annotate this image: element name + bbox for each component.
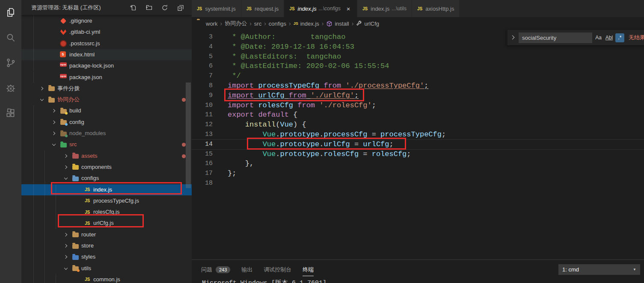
breadcrumb-item-work[interactable]: work xyxy=(197,20,217,27)
line-number: 7 xyxy=(192,71,213,81)
source-control-icon[interactable] xyxy=(4,56,18,70)
debug-icon[interactable] xyxy=(4,81,18,95)
code-line-13[interactable]: 13 Vue.prototype.processCfg = processTyp… xyxy=(192,130,644,140)
code-line-text: }, xyxy=(228,159,254,169)
tree-item-components[interactable]: components xyxy=(21,162,192,173)
code-line-8[interactable]: 8import processTypeCfg from './processTy… xyxy=(192,81,644,91)
panel-tab-label: 输出 xyxy=(241,266,252,274)
code-line-17[interactable]: 17}; xyxy=(192,169,644,179)
tab-label: request.js xyxy=(255,6,279,12)
code-area[interactable]: 3 * @Author: tangchao4 * @Date: 2019-12-… xyxy=(192,30,644,259)
terminal-picker-dropdown[interactable]: 1: cmd ▼ xyxy=(558,264,640,275)
breadcrumb-item-configs[interactable]: configs xyxy=(269,21,286,27)
chevron-down-icon xyxy=(64,267,68,270)
tree-item-styles[interactable]: styles xyxy=(21,251,192,262)
code-line-16[interactable]: 16 }, xyxy=(192,159,644,169)
tree-item-urlCfg.js[interactable]: JSurlCfg.js xyxy=(21,218,192,229)
breadcrumb-label: index.js xyxy=(300,21,319,27)
tree-item-index.html[interactable]: 5index.html xyxy=(21,49,192,60)
breadcrumb-item-install[interactable]: install xyxy=(326,21,349,27)
code-line-12[interactable]: 12 install(Vue) { xyxy=(192,120,644,130)
indent-guide xyxy=(33,117,34,128)
code-line-9[interactable]: 9import urlCfg from './urlCfg'; xyxy=(192,91,644,101)
code-line-15[interactable]: 15 Vue.prototype.rolesCfg = rolesCfg; xyxy=(192,150,644,159)
tree-item-config[interactable]: config xyxy=(21,117,192,128)
tree-item-index.js[interactable]: JSindex.js xyxy=(21,184,192,195)
code-line-14[interactable]: 14 Vue.prototype.urlCfg = urlCfg; xyxy=(192,140,644,150)
tree-item-assets[interactable]: assets xyxy=(21,150,192,162)
indent-guide xyxy=(45,218,45,229)
tree-item-label: .postcssrc.js xyxy=(69,38,100,49)
tab-systemInit.js[interactable]: JSsystemInit.js xyxy=(192,0,241,17)
js-file-icon: JS xyxy=(362,6,368,11)
code-line-11[interactable]: 11export default { xyxy=(192,110,644,120)
new-file-icon[interactable] xyxy=(130,4,137,11)
tree-item-xxxx[interactable]: 协同办公 xyxy=(21,94,192,105)
collapse-all-icon[interactable] xyxy=(177,4,184,11)
tree-item-package-lock.json[interactable]: npmpackage-lock.json xyxy=(21,60,192,71)
line-number: 9 xyxy=(192,91,213,101)
close-icon[interactable] xyxy=(345,5,352,12)
dropdown-caret-icon: ▼ xyxy=(633,268,636,271)
extensions-icon[interactable] xyxy=(4,106,18,120)
chevron-down-icon xyxy=(52,143,56,146)
tab-index.js[interactable]: JSindex.js...\configs xyxy=(284,0,357,17)
js-file-icon: JS xyxy=(294,21,298,26)
code-line-6[interactable]: 6 * @LastEditTime: 2020-02-06 15:55:54 xyxy=(192,62,644,71)
line-number: 5 xyxy=(192,52,213,62)
tree-item-label: .gitlab-ci.yml xyxy=(69,27,100,38)
sidebar-scrollbar-thumb[interactable] xyxy=(186,83,191,188)
tree-item-.postcssrc.js[interactable]: .postcssrc.js xyxy=(21,38,192,49)
find-expand-chevron-icon[interactable] xyxy=(509,34,516,41)
tree-item-build[interactable]: build xyxy=(21,105,192,116)
code-line-7[interactable]: 7 */ xyxy=(192,71,644,81)
match-case-button[interactable]: Aa xyxy=(594,33,603,42)
code-line-text: import urlCfg from './urlCfg'; xyxy=(228,91,359,101)
find-result-text: 无结果 xyxy=(629,34,644,41)
tree-item-store[interactable]: store xyxy=(21,240,192,251)
indent-guide xyxy=(33,139,34,150)
search-icon[interactable] xyxy=(4,31,18,44)
code-line-text: * @LastEditors: tangchao xyxy=(228,52,341,62)
tree-item-rolesCfg.js[interactable]: JSrolesCfg.js xyxy=(21,206,192,218)
panel-tab-调试控制台[interactable]: 调试控制台 xyxy=(264,263,291,276)
find-input[interactable] xyxy=(519,32,592,43)
tree-item-package.json[interactable]: npmpackage.json xyxy=(21,72,192,83)
tab-request.js[interactable]: JSrequest.js xyxy=(241,0,285,17)
breadcrumb-item-index.js[interactable]: JSindex.js xyxy=(294,21,319,27)
chevron-right-icon xyxy=(40,87,44,90)
panel-tab-终端[interactable]: 终端 xyxy=(303,263,314,276)
chevron-down-icon xyxy=(64,177,68,180)
indent-guide xyxy=(33,128,34,139)
new-folder-icon[interactable] xyxy=(145,4,152,11)
tree-item-node_modules[interactable]: node_modules xyxy=(21,128,192,139)
refresh-icon[interactable] xyxy=(161,4,168,11)
tree-item-xxxx[interactable]: 事件分拨 xyxy=(21,83,192,94)
regex-button[interactable]: .* xyxy=(615,33,624,42)
code-line-text: * @Author: tangchao xyxy=(228,32,345,42)
tab-index.js[interactable]: JSindex.js...\utils xyxy=(357,0,412,17)
panel-tab-输出[interactable]: 输出 xyxy=(241,263,252,276)
tree-item-label: package.json xyxy=(69,72,102,83)
tree-item-configs[interactable]: configs xyxy=(21,173,192,184)
code-line-5[interactable]: 5 * @LastEditors: tangchao xyxy=(192,52,644,62)
tree-item-processTypeCfg.js[interactable]: JSprocessTypeCfg.js xyxy=(21,195,192,206)
gitlab-file-icon xyxy=(60,29,67,35)
explorer-icon[interactable] xyxy=(4,6,18,19)
whole-word-button[interactable]: Abl xyxy=(605,33,614,42)
breadcrumb-item-src[interactable]: src xyxy=(254,21,261,27)
tree-item-label: urlCfg.js xyxy=(93,218,114,229)
breadcrumb-item-xxxx[interactable]: 协同办公 xyxy=(225,20,247,27)
code-line-10[interactable]: 10import rolesCfg from './rolesCfg'; xyxy=(192,101,644,111)
tree-item-router[interactable]: router xyxy=(21,229,192,240)
code-line-18[interactable]: 18 xyxy=(192,179,644,189)
panel-tab-问题[interactable]: 问题243 xyxy=(201,263,230,276)
tree-item-src[interactable]: src xyxy=(21,139,192,150)
breadcrumb-item-urlCfg[interactable]: urlCfg xyxy=(356,21,379,27)
tab-label: index.js xyxy=(298,6,317,12)
tree-item-utils[interactable]: utils xyxy=(21,263,192,274)
tree-item-common.js[interactable]: JScommon.js xyxy=(21,274,192,283)
tree-item-.gitlab-ci.yml[interactable]: .gitlab-ci.yml xyxy=(21,27,192,38)
tab-axiosHttp.js[interactable]: JSaxiosHttp.js xyxy=(412,0,460,17)
tree-item-.gitignore[interactable]: .gitignore xyxy=(21,15,192,27)
